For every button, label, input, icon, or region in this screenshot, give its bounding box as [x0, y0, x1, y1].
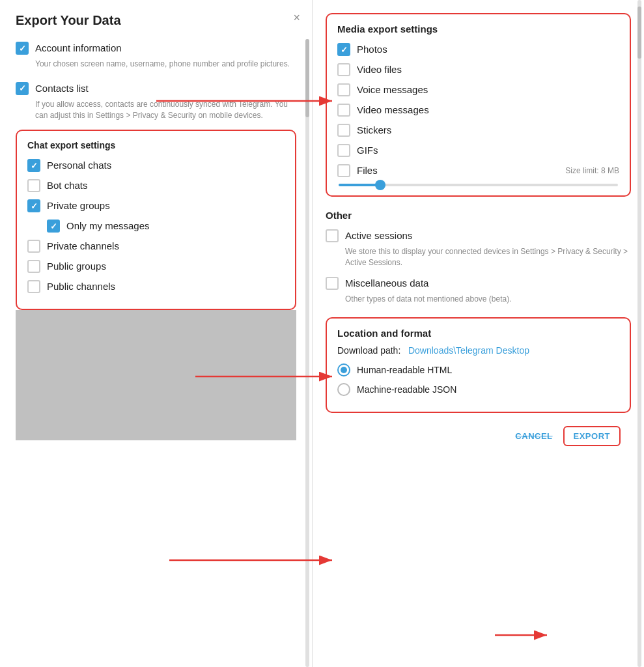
misc-data-label: Miscellaneous data [345, 276, 428, 290]
private-groups-label: Private groups [47, 199, 110, 212]
chat-export-box: Chat export settings Personal chats Bot … [16, 130, 296, 310]
right-panel: Media export settings Photos Video files… [313, 0, 644, 667]
video-files-label: Video files [357, 63, 402, 76]
bot-chats-item: Bot chats [27, 178, 285, 192]
private-groups-item: Private groups [27, 199, 285, 212]
media-export-title: Media export settings [337, 23, 619, 35]
download-path-link[interactable]: Downloads\Telegram Desktop [408, 345, 529, 356]
download-path-row: Download path: Downloads\Telegram Deskto… [337, 345, 619, 356]
contacts-list-checkbox[interactable] [16, 82, 29, 95]
html-format-item: Human-readable HTML [337, 363, 619, 376]
bottom-buttons: CANCEL EXPORT [326, 426, 631, 446]
size-slider-fill [339, 184, 380, 186]
private-channels-checkbox[interactable] [27, 240, 40, 253]
json-radio[interactable] [337, 383, 350, 396]
cancel-button[interactable]: CANCEL [515, 431, 552, 441]
close-button[interactable]: × [293, 12, 300, 23]
stickers-checkbox[interactable] [337, 124, 350, 137]
other-title: Other [326, 210, 631, 221]
personal-chats-item: Personal chats [27, 158, 285, 172]
right-scrollbar[interactable] [637, 0, 641, 667]
account-info-item: Account information [16, 41, 296, 55]
chat-export-title: Chat export settings [27, 140, 285, 150]
bot-chats-label: Bot chats [47, 178, 88, 192]
only-my-messages-label: Only my messages [66, 219, 150, 233]
location-format-box: Location and format Download path: Downl… [326, 317, 631, 413]
photos-item: Photos [337, 42, 619, 56]
bot-chats-checkbox[interactable] [27, 179, 40, 192]
public-channels-item: Public channels [27, 279, 285, 293]
public-groups-checkbox[interactable] [27, 260, 40, 273]
private-groups-checkbox[interactable] [27, 199, 40, 212]
active-sessions-label: Active sessions [345, 229, 412, 242]
public-channels-checkbox[interactable] [27, 280, 40, 293]
size-slider-track [339, 184, 618, 186]
photos-checkbox[interactable] [337, 43, 350, 56]
location-format-title: Location and format [337, 328, 619, 339]
account-info-checkbox[interactable] [16, 42, 29, 55]
stickers-item: Stickers [337, 123, 619, 137]
active-sessions-desc: We store this to display your connected … [345, 246, 631, 268]
public-groups-item: Public groups [27, 259, 285, 273]
account-info-label: Account information [35, 41, 122, 55]
json-format-label: Machine-readable JSON [357, 384, 456, 395]
only-my-messages-item: Only my messages [47, 219, 285, 233]
video-messages-checkbox[interactable] [337, 104, 350, 117]
video-messages-item: Video messages [337, 103, 619, 117]
misc-data-checkbox[interactable] [326, 277, 339, 290]
left-scrollbar[interactable] [305, 39, 309, 667]
download-path-label: Download path: [337, 345, 400, 356]
voice-messages-checkbox[interactable] [337, 83, 350, 96]
files-row: Files Size limit: 8 MB [337, 163, 619, 177]
files-checkbox[interactable] [337, 164, 350, 177]
misc-data-item: Miscellaneous data [326, 276, 631, 290]
other-section: Other Active sessions We store this to d… [326, 210, 631, 304]
private-channels-item: Private channels [27, 239, 285, 253]
left-panel: Export Your Data × Account information Y… [0, 0, 313, 667]
video-messages-label: Video messages [357, 103, 429, 117]
gifs-label: GIFs [357, 143, 378, 157]
only-my-messages-checkbox[interactable] [47, 220, 60, 233]
active-sessions-checkbox[interactable] [326, 229, 339, 242]
size-slider-container [337, 184, 619, 186]
public-groups-label: Public groups [47, 259, 106, 273]
voice-messages-item: Voice messages [337, 83, 619, 96]
photos-label: Photos [357, 42, 387, 56]
gifs-checkbox[interactable] [337, 144, 350, 157]
personal-chats-checkbox[interactable] [27, 159, 40, 172]
export-button[interactable]: EXPORT [563, 426, 621, 446]
html-radio[interactable] [337, 363, 350, 376]
stickers-label: Stickers [357, 123, 391, 137]
video-files-checkbox[interactable] [337, 63, 350, 76]
left-bottom-gray [16, 310, 296, 440]
account-info-desc: Your chosen screen name, username, phone… [35, 59, 296, 70]
files-label: Files [357, 163, 378, 177]
html-format-label: Human-readable HTML [357, 365, 452, 375]
left-scrollbar-thumb[interactable] [305, 39, 309, 117]
dialog-title: Export Your Data [16, 13, 296, 28]
video-files-item: Video files [337, 63, 619, 76]
media-export-box: Media export settings Photos Video files… [326, 13, 631, 197]
size-limit-label: Size limit: 8 MB [565, 166, 619, 175]
private-channels-label: Private channels [47, 239, 119, 253]
json-format-item: Machine-readable JSON [337, 383, 619, 396]
gifs-item: GIFs [337, 143, 619, 157]
contacts-list-item: Contacts list [16, 81, 296, 95]
size-slider-thumb[interactable] [375, 180, 385, 190]
active-sessions-item: Active sessions [326, 229, 631, 242]
public-channels-label: Public channels [47, 279, 115, 293]
misc-data-desc: Other types of data not mentioned above … [345, 294, 631, 305]
contacts-list-label: Contacts list [35, 81, 89, 95]
personal-chats-label: Personal chats [47, 158, 111, 172]
contacts-list-desc: If you allow access, contacts are contin… [35, 99, 296, 121]
right-scrollbar-thumb[interactable] [637, 7, 641, 59]
voice-messages-label: Voice messages [357, 83, 428, 96]
